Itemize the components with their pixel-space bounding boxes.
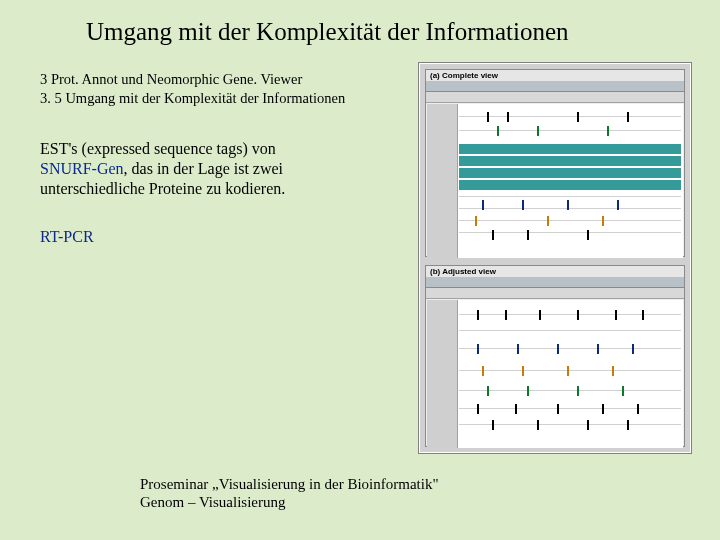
panel-a-titlebar: [426, 81, 684, 92]
rt-pcr-label: RT-PCR: [40, 227, 400, 247]
panel-a-tracks: [427, 104, 683, 258]
para-tail-1: , das in der Lage ist zwei: [124, 160, 284, 177]
panel-a-caption: (a) Complete view: [426, 70, 684, 81]
outline-line-1: 3 Prot. Annot und Neomorphic Gene. Viewe…: [40, 70, 400, 88]
para-tail-2: unterschiedliche Proteine zu kodieren.: [40, 180, 285, 197]
panel-b-toolbar: [426, 288, 684, 299]
footer-line-1: Proseminar „Visualisierung in der Bioinf…: [140, 475, 439, 494]
panel-b-caption: (b) Adjusted view: [426, 266, 684, 277]
figure-panel-b: (b) Adjusted view: [425, 265, 685, 447]
para-lead: EST's (expressed sequence tags) von: [40, 140, 276, 157]
panel-b-titlebar: [426, 277, 684, 288]
panel-a-sidebar: [427, 104, 458, 258]
gene-viewer-figure: (a) Complete view: [418, 62, 692, 454]
body-text: 3 Prot. Annot und Neomorphic Gene. Viewe…: [40, 70, 400, 247]
snurf-gen-term: SNURF-Gen: [40, 160, 124, 177]
slide-title: Umgang mit der Komplexität der Informati…: [86, 18, 690, 46]
panel-a-toolbar: [426, 92, 684, 103]
paragraph-est: EST's (expressed sequence tags) von SNUR…: [40, 139, 400, 199]
footer: Proseminar „Visualisierung in der Bioinf…: [140, 475, 439, 513]
outline-line-2: 3. 5 Umgang mit der Komplexität der Info…: [40, 89, 400, 107]
slide: Umgang mit der Komplexität der Informati…: [0, 0, 720, 540]
footer-line-2: Genom – Visualisierung: [140, 493, 439, 512]
panel-b-tracks: [427, 300, 683, 448]
figure-panel-a: (a) Complete view: [425, 69, 685, 257]
panel-b-sidebar: [427, 300, 458, 448]
